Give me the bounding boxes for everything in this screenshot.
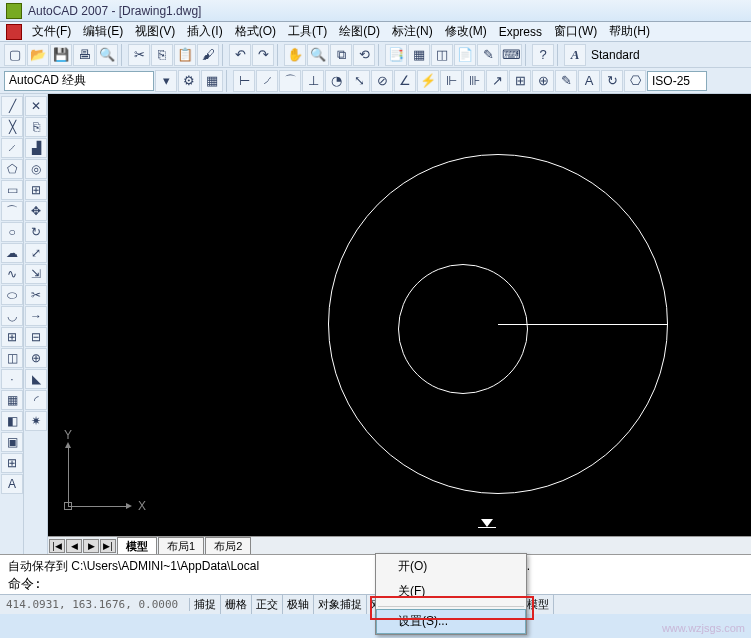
dim-edit-icon[interactable]: ✎ <box>555 70 577 92</box>
help-icon[interactable]: ? <box>532 44 554 66</box>
explode-icon[interactable]: ✷ <box>25 411 47 431</box>
paste-icon[interactable]: 📋 <box>174 44 196 66</box>
copy-obj-icon[interactable]: ⎘ <box>25 117 47 137</box>
cut-icon[interactable]: ✂ <box>128 44 150 66</box>
array-icon[interactable]: ⊞ <box>25 180 47 200</box>
line-icon[interactable]: ╱ <box>1 96 23 116</box>
rect-icon[interactable]: ▭ <box>1 180 23 200</box>
menu-format[interactable]: 格式(O) <box>229 21 282 42</box>
dim-linear-icon[interactable]: ⊢ <box>233 70 255 92</box>
dim-angular-icon[interactable]: ∠ <box>394 70 416 92</box>
ws-lock-icon[interactable]: ▦ <box>201 70 223 92</box>
zoom-rt-icon[interactable]: 🔍 <box>307 44 329 66</box>
ws-settings-icon[interactable]: ⚙ <box>178 70 200 92</box>
dim-quick-icon[interactable]: ⚡ <box>417 70 439 92</box>
circle-icon[interactable]: ○ <box>1 222 23 242</box>
mirror-icon[interactable]: ▟ <box>25 138 47 158</box>
redo-icon[interactable]: ↷ <box>252 44 274 66</box>
context-off[interactable]: 关(F) <box>376 579 526 604</box>
status-polar[interactable]: 极轴 <box>283 595 314 614</box>
preview-icon[interactable]: 🔍 <box>96 44 118 66</box>
spline-icon[interactable]: ∿ <box>1 264 23 284</box>
context-on[interactable]: 开(O) <box>376 554 526 579</box>
dim-continue-icon[interactable]: ⊪ <box>463 70 485 92</box>
ws-dropdown-icon[interactable]: ▾ <box>155 70 177 92</box>
polygon-icon[interactable]: ⬠ <box>1 159 23 179</box>
status-osnap[interactable]: 对象捕捉 <box>314 595 367 614</box>
save-icon[interactable]: 💾 <box>50 44 72 66</box>
menu-express[interactable]: Express <box>493 23 548 41</box>
dimstyle-icon[interactable]: ⎔ <box>624 70 646 92</box>
pline-icon[interactable]: ⟋ <box>1 138 23 158</box>
dim-aligned-icon[interactable]: ⟋ <box>256 70 278 92</box>
tab-nav-next[interactable]: ▶ <box>83 539 99 553</box>
menu-draw[interactable]: 绘图(D) <box>333 21 386 42</box>
xline-icon[interactable]: ╳ <box>1 117 23 137</box>
erase-icon[interactable]: ✕ <box>25 96 47 116</box>
dim-radius-icon[interactable]: ◔ <box>325 70 347 92</box>
ellipse-icon[interactable]: ⬭ <box>1 285 23 305</box>
zoom-win-icon[interactable]: ⧉ <box>330 44 352 66</box>
dim-arc-icon[interactable]: ⌒ <box>279 70 301 92</box>
menu-file[interactable]: 文件(F) <box>26 21 77 42</box>
revcloud-icon[interactable]: ☁ <box>1 243 23 263</box>
menu-help[interactable]: 帮助(H) <box>603 21 656 42</box>
pan-icon[interactable]: ✋ <box>284 44 306 66</box>
new-icon[interactable]: ▢ <box>4 44 26 66</box>
dim-ordinate-icon[interactable]: ⊥ <box>302 70 324 92</box>
menu-dim[interactable]: 标注(N) <box>386 21 439 42</box>
sheetset-icon[interactable]: 📄 <box>454 44 476 66</box>
textstyle-icon[interactable]: A <box>564 44 586 66</box>
dim-jogged-icon[interactable]: ⤡ <box>348 70 370 92</box>
dim-diameter-icon[interactable]: ⊘ <box>371 70 393 92</box>
insert-icon[interactable]: ⊞ <box>1 327 23 347</box>
ellarc-icon[interactable]: ◡ <box>1 306 23 326</box>
chamfer-icon[interactable]: ◣ <box>25 369 47 389</box>
dim-baseline-icon[interactable]: ⊩ <box>440 70 462 92</box>
menu-window[interactable]: 窗口(W) <box>548 21 603 42</box>
block-icon[interactable]: ◫ <box>1 348 23 368</box>
menu-view[interactable]: 视图(V) <box>129 21 181 42</box>
status-grid[interactable]: 栅格 <box>221 595 252 614</box>
offset-icon[interactable]: ◎ <box>25 159 47 179</box>
workspace-combo[interactable]: AutoCAD 经典 <box>4 71 154 91</box>
table-icon[interactable]: ⊞ <box>1 453 23 473</box>
scale-icon[interactable]: ⤢ <box>25 243 47 263</box>
extend-icon[interactable]: → <box>25 306 47 326</box>
drawing-viewport[interactable]: X Y |◀ ◀ ▶ ▶| 模型 布局1 布局2 <box>48 94 751 554</box>
menu-modify[interactable]: 修改(M) <box>439 21 493 42</box>
copy-icon[interactable]: ⎘ <box>151 44 173 66</box>
rotate-icon[interactable]: ↻ <box>25 222 47 242</box>
designcenter-icon[interactable]: ▦ <box>408 44 430 66</box>
join-icon[interactable]: ⊕ <box>25 348 47 368</box>
point-icon[interactable]: · <box>1 369 23 389</box>
zoom-prev-icon[interactable]: ⟲ <box>353 44 375 66</box>
dim-tolerance-icon[interactable]: ⊞ <box>509 70 531 92</box>
tab-layout2[interactable]: 布局2 <box>205 537 251 555</box>
status-ortho[interactable]: 正交 <box>252 595 283 614</box>
dim-center-icon[interactable]: ⊕ <box>532 70 554 92</box>
properties-icon[interactable]: 📑 <box>385 44 407 66</box>
tab-nav-first[interactable]: |◀ <box>49 539 65 553</box>
break-icon[interactable]: ⊟ <box>25 327 47 347</box>
dim-update-icon[interactable]: ↻ <box>601 70 623 92</box>
status-snap[interactable]: 捕捉 <box>190 595 221 614</box>
markup-icon[interactable]: ✎ <box>477 44 499 66</box>
print-icon[interactable]: 🖶 <box>73 44 95 66</box>
menu-tools[interactable]: 工具(T) <box>282 21 333 42</box>
status-model[interactable]: 模型 <box>523 595 554 614</box>
region-icon[interactable]: ▣ <box>1 432 23 452</box>
model-canvas[interactable]: X Y <box>48 94 751 536</box>
tab-layout1[interactable]: 布局1 <box>158 537 204 555</box>
dimstyle-combo[interactable]: ISO-25 <box>647 71 707 91</box>
trim-icon[interactable]: ✂ <box>25 285 47 305</box>
undo-icon[interactable]: ↶ <box>229 44 251 66</box>
context-settings[interactable]: 设置(S)... <box>376 609 526 634</box>
menu-insert[interactable]: 插入(I) <box>181 21 228 42</box>
tab-model[interactable]: 模型 <box>117 537 157 555</box>
menu-edit[interactable]: 编辑(E) <box>77 21 129 42</box>
textstyle-label[interactable]: Standard <box>587 46 657 64</box>
stretch-icon[interactable]: ⇲ <box>25 264 47 284</box>
matchprop-icon[interactable]: 🖌 <box>197 44 219 66</box>
move-icon[interactable]: ✥ <box>25 201 47 221</box>
